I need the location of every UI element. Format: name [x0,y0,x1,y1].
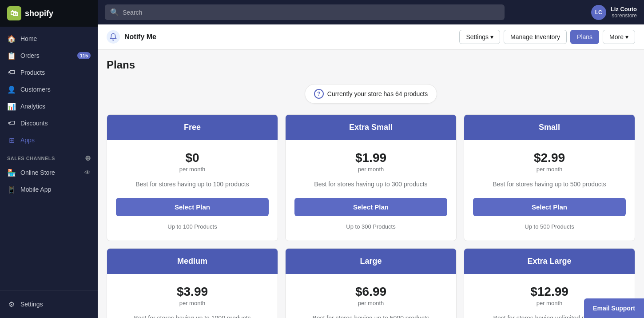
plan-description-medium: Best for stores having up to 1000 produc… [116,314,269,318]
plans-grid-row1: Free $0 per month Best for stores having… [107,114,635,241]
plan-price-medium: $3.99 [116,285,269,299]
online-store-icon: 🏪 [7,168,16,177]
more-button[interactable]: More ▾ [603,30,635,44]
plan-description-free: Best for stores having up to 100 product… [116,180,269,189]
apps-icon: ⊞ [7,136,16,145]
mobile-app-icon: 📱 [7,185,16,194]
add-channel-icon[interactable]: ⊕ [85,154,91,162]
sidebar-item-products[interactable]: 🏷 Products [0,64,98,81]
plan-period-large: per month [294,300,447,306]
search-box[interactable]: 🔍 [105,4,505,20]
product-count-inner: ? Currently your store has 64 products [305,84,437,104]
sidebar-item-home[interactable]: 🏠 Home [0,30,98,47]
plan-period-free: per month [116,166,269,173]
settings-icon: ⚙ [7,300,16,309]
page-app-name: Notify Me [124,33,156,41]
user-info: Liz Couto sorenstore [611,6,637,19]
product-count-text: Currently your store has 64 products [327,90,428,97]
plan-header-large: Large [286,249,456,274]
page-header-left: Notify Me [107,30,156,44]
plan-period-extra-small: per month [294,166,447,173]
settings-button[interactable]: Settings ▾ [459,30,500,44]
sidebar-item-customers[interactable]: 👤 Customers [0,81,98,98]
sidebar-bottom: ⚙ Settings [0,290,98,318]
sidebar-item-analytics[interactable]: 📊 Analytics [0,98,98,115]
plan-card-extra-small: Extra Small $1.99 per month Best for sto… [285,114,457,241]
sidebar-item-apps[interactable]: ⊞ Apps [0,132,98,149]
plans-divider [107,75,635,75]
sidebar-item-discounts[interactable]: 🏷 Discounts [0,115,98,132]
product-count-badge: ? Currently your store has 64 products [107,84,635,104]
sidebar-item-online-store[interactable]: 🏪 Online Store 👁 [0,164,98,181]
orders-badge: 115 [77,52,91,59]
select-plan-button-small[interactable]: Select Plan [473,198,626,216]
plans-container: Plans ? Currently your store has 64 prod… [98,50,644,318]
discounts-icon: 🏷 [7,119,16,128]
orders-icon: 📋 [7,51,16,60]
plan-header-extra-large: Extra Large [464,249,635,274]
sidebar-item-settings-label: Settings [20,301,43,308]
sidebar-item-analytics-label: Analytics [20,103,45,110]
plan-card-medium: Medium $3.99 per month Best for stores h… [107,248,278,318]
plan-price-small: $2.99 [473,151,626,165]
sidebar-item-orders[interactable]: 📋 Orders 115 [0,47,98,64]
plan-body-free: $0 per month Best for stores having up t… [107,140,278,241]
plan-description-small: Best for stores having up to 500 product… [473,180,626,189]
plan-body-large: $6.99 per month Best for stores having u… [286,274,456,318]
select-plan-button-free[interactable]: Select Plan [116,198,269,216]
sidebar-item-orders-label: Orders [20,52,40,59]
sidebar-logo: 🛍 shopify [0,0,98,27]
page-header-actions: Settings ▾ Manage Inventory Plans More ▾ [459,30,635,44]
sidebar: 🛍 shopify 🏠 Home 📋 Orders 115 🏷 Products… [0,0,98,318]
plan-body-small: $2.99 per month Best for stores having u… [464,140,635,241]
email-support-popup[interactable]: Email Support [584,298,644,318]
plan-card-free: Free $0 per month Best for stores having… [107,114,278,241]
plan-card-small: Small $2.99 per month Best for stores ha… [464,114,635,241]
plan-period-small: per month [473,166,626,173]
avatar-initials: LC [595,9,602,16]
user-store: sorenstore [611,12,637,19]
plan-price-large: $6.99 [294,285,447,299]
user-name: Liz Couto [611,6,637,12]
plan-limit-small: Up to 500 Products [473,223,626,230]
sidebar-item-products-label: Products [20,69,45,76]
plan-body-extra-small: $1.99 per month Best for stores having u… [286,140,456,241]
sidebar-nav: 🏠 Home 📋 Orders 115 🏷 Products 👤 Custome… [0,27,98,290]
plan-header-small: Small [464,115,635,140]
notify-me-icon [107,30,120,44]
info-icon: ? [314,89,324,99]
settings-dropdown-icon: ▾ [490,33,493,40]
email-support-label: Email Support [593,305,635,312]
sidebar-item-customers-label: Customers [20,86,51,93]
topbar: 🔍 LC Liz Couto sorenstore [98,0,644,24]
manage-inventory-button[interactable]: Manage Inventory [504,30,567,44]
shopify-logo-icon: 🛍 [7,6,21,20]
home-icon: 🏠 [7,34,16,43]
sidebar-item-online-store-label: Online Store [20,169,55,176]
plan-body-medium: $3.99 per month Best for stores having u… [107,274,278,318]
more-dropdown-icon: ▾ [625,33,628,40]
sidebar-item-home-label: Home [20,35,37,42]
sidebar-item-discounts-label: Discounts [20,120,48,127]
customers-icon: 👤 [7,85,16,94]
sales-channels-header: Sales Channels ⊕ [0,149,98,164]
sidebar-item-mobile-app-label: Mobile App [20,186,51,193]
shopify-logo-text: shopify [25,9,53,18]
plans-button[interactable]: Plans [570,30,599,44]
plan-card-large: Large $6.99 per month Best for stores ha… [285,248,457,318]
products-icon: 🏷 [7,68,16,77]
shopify-logo[interactable]: 🛍 shopify [7,6,53,20]
plan-header-medium: Medium [107,249,278,274]
online-store-eye-icon: 👁 [84,169,91,176]
content-area: Notify Me Settings ▾ Manage Inventory Pl… [98,24,644,318]
search-input[interactable] [123,9,499,16]
page-header: Notify Me Settings ▾ Manage Inventory Pl… [98,24,644,50]
sidebar-item-settings[interactable]: ⚙ Settings [0,296,98,313]
sidebar-item-apps-label: Apps [20,137,35,144]
select-plan-button-extra-small[interactable]: Select Plan [294,198,447,216]
search-icon: 🔍 [110,8,119,16]
sales-channels-label: Sales Channels [7,156,55,161]
sidebar-item-mobile-app[interactable]: 📱 Mobile App [0,181,98,198]
plans-grid-row2: Medium $3.99 per month Best for stores h… [107,248,635,318]
plan-price-free: $0 [116,151,269,165]
